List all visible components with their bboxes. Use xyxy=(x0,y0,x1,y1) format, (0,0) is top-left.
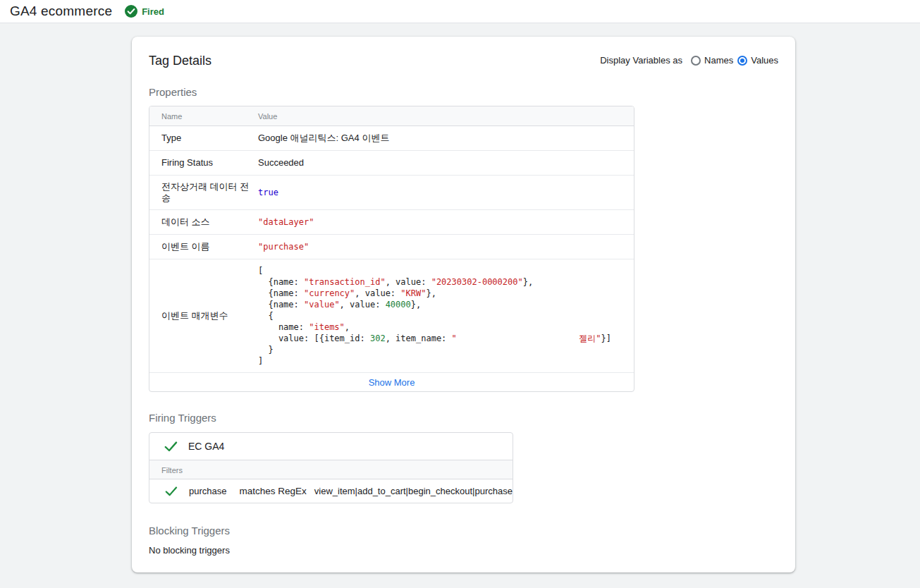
properties-rows: TypeGoogle 애널리틱스: GA4 이벤트Firing StatusSu… xyxy=(149,126,634,373)
column-header-value: Value xyxy=(258,112,634,121)
radio-option-label: Values xyxy=(751,55,778,66)
properties-table: Name Value TypeGoogle 애널리틱스: GA4 이벤트Firi… xyxy=(149,106,634,392)
property-value: Google 애널리틱스: GA4 이벤트 xyxy=(258,127,634,149)
card-title: Tag Details xyxy=(149,54,211,68)
property-name: Type xyxy=(149,127,258,149)
filter-operator: matches RegEx xyxy=(239,486,306,496)
property-name: 이벤트 매개변수 xyxy=(149,305,258,327)
property-row: Firing StatusSucceeded xyxy=(149,151,634,176)
filter-variable: purchase xyxy=(189,486,226,496)
page-title: GA4 ecommerce xyxy=(10,4,112,19)
tag-details-card: Tag Details Display Variables as NamesVa… xyxy=(132,37,795,572)
property-value: "purchase" xyxy=(258,235,634,258)
filter-value: view_item|add_to_cart|begin_checkout|pur… xyxy=(314,486,513,496)
property-row: 이벤트 이름"purchase" xyxy=(149,235,634,259)
radio-option-names[interactable]: Names xyxy=(691,55,733,66)
firing-triggers-table: EC GA4 Filters purchase matches RegEx vi… xyxy=(149,432,513,503)
column-header-name: Name xyxy=(149,112,258,121)
property-name: 전자상거래 데이터 전송 xyxy=(149,176,258,209)
property-name: 데이터 소스 xyxy=(149,211,258,233)
check-icon xyxy=(165,486,178,496)
property-value: [ {name: "transaction_id", value: "20230… xyxy=(258,259,634,372)
show-more-row: Show More xyxy=(149,373,634,391)
property-row: 전자상거래 데이터 전송true xyxy=(149,176,634,210)
display-variables-label: Display Variables as xyxy=(600,55,682,66)
check-icon xyxy=(164,441,178,452)
property-name: 이벤트 이름 xyxy=(149,235,258,258)
firing-trigger-row: EC GA4 xyxy=(149,433,513,460)
card-header: Tag Details Display Variables as NamesVa… xyxy=(149,54,778,69)
firing-triggers-section-label: Firing Triggers xyxy=(149,412,778,424)
property-row: 이벤트 매개변수[ {name: "transaction_id", value… xyxy=(149,259,634,373)
check-circle-icon xyxy=(125,5,137,18)
properties-section-label: Properties xyxy=(149,86,778,98)
property-value: Succeeded xyxy=(258,152,634,174)
property-row: TypeGoogle 애널리틱스: GA4 이벤트 xyxy=(149,126,634,151)
radio-option-values[interactable]: Values xyxy=(737,55,778,66)
fired-status-badge: Fired xyxy=(125,5,164,18)
property-name: Firing Status xyxy=(149,152,258,174)
display-variables-toggle: Display Variables as NamesValues xyxy=(600,55,778,66)
display-variables-radio-group: NamesValues xyxy=(687,55,778,66)
properties-table-header: Name Value xyxy=(149,106,634,126)
property-value: true xyxy=(258,181,634,204)
fired-status-label: Fired xyxy=(142,6,164,17)
property-value: "dataLayer" xyxy=(258,211,634,233)
radio-unselected-icon[interactable] xyxy=(691,56,701,66)
filters-header: Filters xyxy=(149,460,513,479)
trigger-name: EC GA4 xyxy=(188,441,224,452)
filter-row: purchase matches RegEx view_item|add_to_… xyxy=(149,479,513,503)
no-blocking-triggers-text: No blocking triggers xyxy=(149,545,778,556)
radio-selected-icon[interactable] xyxy=(737,56,747,66)
top-bar: GA4 ecommerce Fired xyxy=(0,0,920,23)
radio-option-label: Names xyxy=(704,55,733,66)
blocking-triggers-section-label: Blocking Triggers xyxy=(149,525,778,537)
property-row: 데이터 소스"dataLayer" xyxy=(149,210,634,235)
show-more-link[interactable]: Show More xyxy=(369,377,415,388)
